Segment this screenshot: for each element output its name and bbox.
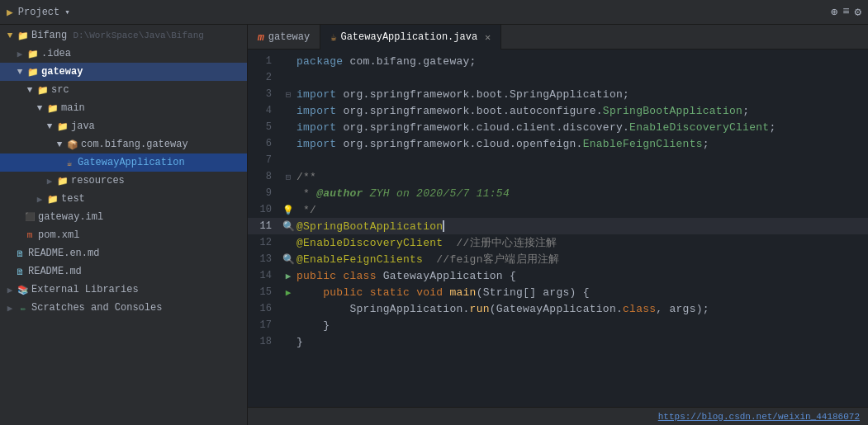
- tab-gatewayapp-label: GatewayApplication.java: [340, 31, 477, 43]
- res-folder-icon: 📁: [56, 174, 69, 187]
- top-bar-title: Project: [18, 7, 59, 18]
- bifang-label: Bifang D:\WorkSpace\Java\Bifang: [31, 30, 204, 41]
- run-debug-icon-14[interactable]: ▶: [286, 271, 292, 281]
- tree-item-main[interactable]: ▼ 📁 main: [0, 99, 247, 117]
- search-icon-11[interactable]: 🔍: [282, 220, 295, 233]
- line-num-1: 1: [251, 55, 280, 67]
- readme-en-icon: 🗎: [13, 247, 26, 260]
- tree-item-bifang[interactable]: ▼ 📁 Bifang D:\WorkSpace\Java\Bifang: [0, 26, 247, 45]
- gatewayapp-java-icon: ☕: [63, 156, 76, 169]
- tree-item-pom[interactable]: m pom.xml: [0, 226, 247, 244]
- src-label: src: [51, 84, 69, 96]
- line-content-3: import org.springframework.boot.SpringAp…: [296, 88, 629, 101]
- fold-icon-8[interactable]: ⊟: [286, 172, 292, 182]
- gutter-15: ▶: [280, 287, 296, 298]
- tree-item-package[interactable]: ▼ 📦 com.bifang.gateway: [0, 135, 247, 153]
- tree-item-readme[interactable]: 🗎 README.md: [0, 262, 247, 281]
- layout-icon[interactable]: ≡: [842, 5, 849, 19]
- code-line-4: 4 import org.springframework.boot.autoco…: [248, 102, 868, 119]
- line-content-11: @SpringBootApplication: [296, 220, 444, 233]
- code-lines: 1 package com.bifang.gateway; 2 3 ⊟ impo…: [248, 53, 868, 350]
- scratches-icon: ✏: [17, 301, 30, 314]
- src-folder-icon: 📁: [36, 83, 50, 97]
- tree-item-gatewayapp[interactable]: ☕ GatewayApplication: [0, 153, 247, 172]
- line-num-6: 6: [251, 138, 280, 149]
- code-line-1: 1 package com.bifang.gateway;: [248, 53, 868, 69]
- dropdown-icon: ▾: [64, 7, 70, 17]
- java-folder-icon: 📁: [56, 120, 69, 133]
- code-line-17: 17 }: [248, 317, 868, 333]
- resources-label: resources: [71, 175, 125, 187]
- tree-item-scratches[interactable]: ▶ ✏ Scratches and Consoles: [0, 299, 247, 317]
- line-content-12: @EnableDiscoveryClient //注册中心连接注解: [296, 235, 557, 250]
- readme-en-label: README.en.md: [28, 248, 99, 259]
- tab-gateway[interactable]: m gateway: [248, 25, 320, 50]
- code-line-2: 2: [248, 69, 868, 86]
- tree-item-readme-en[interactable]: 🗎 README.en.md: [0, 244, 247, 262]
- tab-gatewayapp[interactable]: ☕ GatewayApplication.java ✕: [320, 25, 501, 50]
- code-line-5: 5 import org.springframework.cloud.clien…: [248, 119, 868, 135]
- tree-item-gateway[interactable]: ▼ 📁 gateway ◀: [0, 63, 247, 81]
- package-collapse-icon: ▼: [53, 138, 66, 151]
- gutter-13: 🔍: [280, 253, 296, 266]
- test-label: test: [61, 193, 85, 205]
- line-num-14: 14: [251, 270, 280, 281]
- line-num-9: 9: [251, 187, 280, 199]
- settings-icon[interactable]: ⚙: [855, 5, 861, 19]
- scratches-collapse-icon: ▶: [3, 301, 17, 314]
- line-content-4: import org.springframework.boot.autoconf…: [296, 105, 749, 117]
- main-collapse-icon: ▼: [33, 102, 46, 115]
- line-content-17: }: [296, 319, 330, 332]
- editor-content[interactable]: 1 package com.bifang.gateway; 2 3 ⊟ impo…: [248, 50, 868, 407]
- gutter-8: ⊟: [280, 172, 296, 182]
- search-icon-13[interactable]: 🔍: [282, 253, 295, 266]
- iml-icon: ⬛: [23, 210, 36, 224]
- line-num-12: 12: [251, 237, 280, 248]
- tree-item-iml[interactable]: ⬛ gateway.iml: [0, 208, 247, 226]
- tab-gateway-label: gateway: [268, 31, 310, 43]
- gateway-label: gateway: [41, 66, 83, 78]
- code-line-9: 9 * @author ZYH on 2020/5/7 11:54: [248, 185, 868, 201]
- test-folder-icon: 📁: [46, 192, 59, 205]
- main-folder-icon: 📁: [46, 102, 59, 115]
- java-label: java: [71, 120, 95, 132]
- tree-item-idea[interactable]: ▶ 📁 .idea: [0, 45, 247, 63]
- main-layout: ▼ 📁 Bifang D:\WorkSpace\Java\Bifang ▶ 📁 …: [0, 25, 868, 425]
- run-icon-15[interactable]: ▶: [286, 287, 292, 298]
- package-label: com.bifang.gateway: [81, 139, 188, 150]
- gatewayapp-label: GatewayApplication: [78, 157, 185, 168]
- line-content-15: public static void main(String[] args) {: [296, 286, 590, 299]
- tree-item-test[interactable]: ▶ 📁 test: [0, 190, 247, 208]
- code-line-3: 3 ⊟ import org.springframework.boot.Spri…: [248, 86, 868, 102]
- code-line-12: 12 @EnableDiscoveryClient //注册中心连接注解: [248, 234, 868, 251]
- idea-label: .idea: [41, 48, 71, 59]
- readme-label: README.md: [28, 266, 82, 277]
- bookmark-icon-10[interactable]: 💡: [282, 205, 294, 215]
- tab-close-btn[interactable]: ✕: [485, 31, 491, 44]
- package-icon: 📦: [66, 138, 79, 151]
- scratches-label: Scratches and Consoles: [31, 302, 162, 314]
- line-num-2: 2: [251, 72, 280, 83]
- line-num-15: 15: [251, 286, 280, 298]
- line-content-14: public class GatewayApplication {: [296, 270, 516, 282]
- tree-item-resources[interactable]: ▶ 📁 resources: [0, 172, 247, 190]
- gateway-collapse-icon: ▼: [13, 65, 26, 78]
- line-num-3: 3: [251, 88, 280, 100]
- tree-item-java[interactable]: ▼ 📁 java: [0, 117, 247, 135]
- code-line-16: 16 SpringApplication.run(GatewayApplicat…: [248, 300, 868, 317]
- fold-icon-3[interactable]: ⊟: [286, 89, 292, 100]
- tree-item-src[interactable]: ▼ 📁 src: [0, 81, 247, 99]
- sidebar-tree: ▼ 📁 Bifang D:\WorkSpace\Java\Bifang ▶ 📁 …: [0, 25, 247, 425]
- editor-tabs: m gateway ☕ GatewayApplication.java ✕: [248, 25, 868, 50]
- gutter-14: ▶: [280, 271, 296, 281]
- blog-url[interactable]: https://blog.csdn.net/weixin_44186072: [658, 412, 860, 422]
- tab-gateway-icon: m: [258, 31, 264, 44]
- code-line-18: 18 }: [248, 333, 868, 350]
- line-content-16: SpringApplication.run(GatewayApplication…: [296, 303, 709, 315]
- add-icon[interactable]: ⊕: [831, 5, 837, 19]
- line-num-18: 18: [251, 336, 280, 347]
- code-line-13: 13 🔍 @EnableFeignClients //feign客户端启用注解: [248, 251, 868, 267]
- tab-java-icon: ☕: [330, 31, 336, 44]
- tree-item-extlib[interactable]: ▶ 📚 External Libraries: [0, 281, 247, 299]
- test-collapse-icon: ▶: [33, 192, 46, 205]
